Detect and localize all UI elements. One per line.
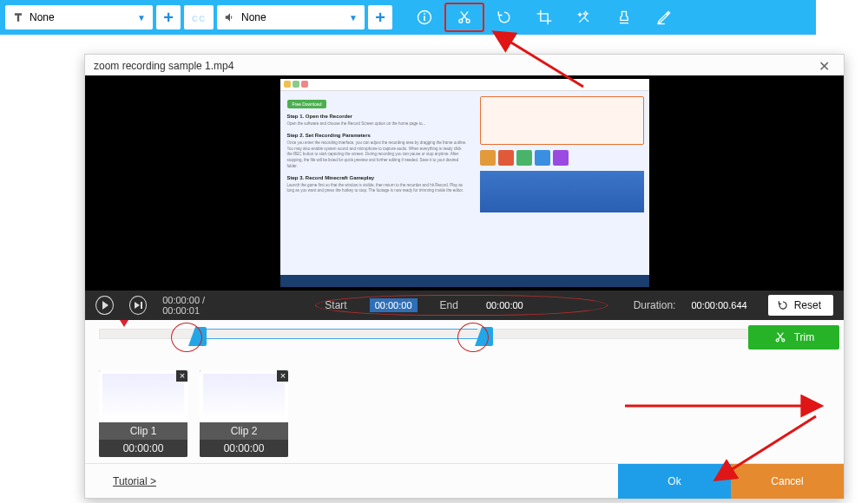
start-end-annotation: Start 00:00:00 End 00:00:00 (315, 295, 607, 316)
selected-range (195, 329, 477, 339)
reset-button[interactable]: Reset (768, 295, 833, 316)
cc-button[interactable]: cc (184, 5, 214, 29)
stamp-button[interactable] (604, 3, 644, 32)
chevron-down-icon: ▼ (349, 13, 358, 23)
clip-time: 00:00:00 (200, 440, 288, 457)
svg-point-4 (466, 19, 470, 23)
duration-label: Duration: (634, 299, 676, 311)
undo-button[interactable] (484, 3, 524, 32)
range-handle-start[interactable] (195, 327, 207, 346)
end-value[interactable]: 00:00:00 (481, 298, 529, 312)
audio-select-value: None (241, 11, 266, 23)
clip-remove-button[interactable]: × (277, 370, 288, 382)
svg-point-5 (776, 339, 779, 342)
text-icon (12, 11, 24, 23)
ok-button[interactable]: Ok (618, 464, 731, 499)
dialog-titlebar: zoom recording sample 1.mp4 ✕ (85, 55, 844, 75)
trim-button[interactable]: Trim (748, 325, 839, 349)
tutorial-link[interactable]: Tutorial > (113, 475, 156, 487)
clips-list: × Clip 1 00:00:00 × Clip 2 00:00:00 (85, 365, 844, 457)
cut-button[interactable] (444, 3, 484, 32)
clip-name: Clip 2 (200, 422, 288, 440)
top-toolbar: None ▼ + cc None ▼ + (0, 0, 816, 35)
duration-value: 00:00:00.644 (691, 298, 752, 312)
text-overlay-select[interactable]: None ▼ (5, 5, 153, 29)
scissors-icon (773, 330, 787, 344)
step-button[interactable] (129, 296, 148, 315)
start-value[interactable]: 00:00:00 (370, 298, 418, 312)
add-text-button[interactable]: + (156, 5, 181, 29)
preview-frame: Free Download Step 1. Open the Recorder … (280, 79, 649, 287)
audio-overlay-select[interactable]: None ▼ (217, 5, 365, 29)
clip-remove-button[interactable]: × (176, 370, 187, 382)
clip-item[interactable]: × Clip 1 00:00:00 (99, 370, 187, 457)
speaker-icon (224, 11, 236, 23)
playback-bar: 00:00:00 / 00:00:01 Start 00:00:00 End 0… (85, 291, 844, 320)
info-button[interactable] (404, 3, 444, 32)
refresh-icon (777, 299, 789, 311)
cancel-button[interactable]: Cancel (731, 464, 844, 499)
clip-time: 00:00:00 (99, 440, 187, 457)
add-audio-button[interactable]: + (368, 5, 392, 29)
playhead-marker[interactable] (120, 320, 128, 327)
reset-label: Reset (794, 299, 821, 311)
svg-rect-2 (424, 13, 425, 15)
clip-item[interactable]: × Clip 2 00:00:00 (200, 370, 288, 457)
dialog-footer: Tutorial > Ok Cancel (85, 463, 844, 498)
play-button[interactable] (95, 296, 114, 315)
text-select-value: None (30, 11, 55, 23)
video-preview: Free Download Step 1. Open the Recorder … (85, 75, 844, 291)
range-handle-end[interactable] (482, 327, 493, 346)
effects-button[interactable] (564, 3, 604, 32)
clip-name: Clip 1 (99, 422, 187, 440)
start-label: Start (325, 299, 346, 311)
cc-icon: cc (192, 11, 206, 24)
timeline: Trim (85, 320, 844, 365)
svg-rect-1 (424, 16, 425, 21)
dialog-title: zoom recording sample 1.mp4 (94, 60, 233, 72)
end-label: End (440, 299, 458, 311)
svg-point-3 (459, 19, 463, 23)
chevron-down-icon: ▼ (137, 13, 146, 23)
close-button[interactable]: ✕ (813, 56, 835, 76)
thumb-download-badge: Free Download (287, 100, 327, 108)
time-counter: 00:00:00 / 00:00:01 (162, 295, 239, 316)
trim-dialog: zoom recording sample 1.mp4 ✕ Free Downl… (84, 54, 845, 499)
svg-point-6 (782, 339, 785, 342)
marker-button[interactable] (644, 3, 684, 32)
timeline-track[interactable] (99, 329, 830, 339)
toolbar-icon-group (404, 3, 684, 32)
trim-label: Trim (794, 331, 815, 343)
crop-button[interactable] (524, 3, 564, 32)
